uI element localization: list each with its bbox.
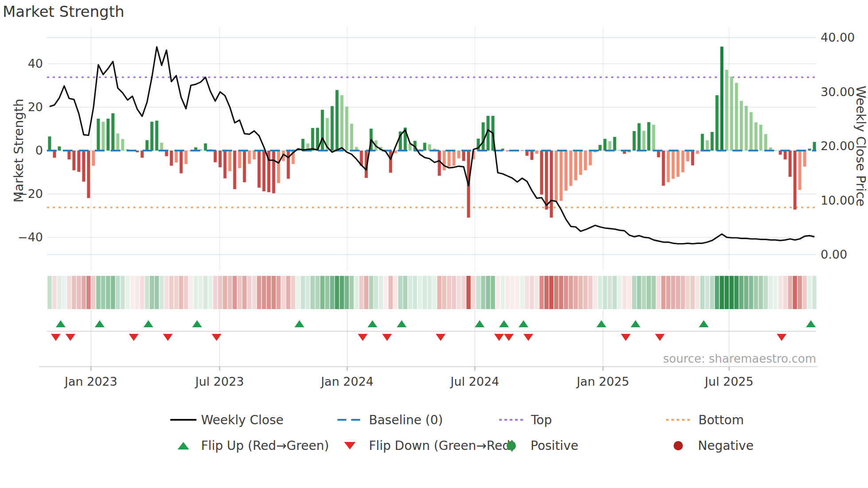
heatmap-cell [749,276,753,309]
heatmap-cell [608,276,612,309]
strength-bar [794,151,797,209]
heatmap-cell [700,276,705,309]
strength-bar [453,151,456,166]
heatmap-cell [588,276,593,309]
strength-bar [662,151,665,186]
heatmap-cell [111,276,115,309]
strength-bar [760,125,763,151]
heatmap-cell [232,276,237,309]
heatmap-cell [744,276,748,309]
left-axis-tick-label: −40 [0,230,43,244]
heatmap-cell [476,276,480,309]
flip-down-marker-icon [66,334,75,341]
strength-bar [243,151,246,182]
strength-bar [350,124,353,151]
heatmap-cell [778,276,783,309]
flip-down-marker-icon [504,334,514,341]
strength-bar [438,151,441,176]
strength-bar [204,143,207,151]
heatmap-cell [715,276,719,309]
heatmap-cell [384,276,388,309]
heatmap-cell [666,276,670,309]
heatmap-cell [418,276,422,309]
heatmap-cell [734,276,739,309]
strength-bar [652,125,655,151]
bottom-dots-swatch-icon [666,419,691,421]
heatmap-cell [686,276,690,309]
strength-bar [238,151,241,168]
strength-bar [691,151,694,165]
strength-bar [321,110,324,151]
strength-bar [584,151,587,170]
heatmap-cell [627,276,632,309]
strength-bar [555,151,558,201]
heatmap-cell [408,276,412,309]
strength-bar [745,106,748,151]
x-axis-tick-label: Jan 2025 [568,375,639,389]
heatmap-cell [569,276,573,309]
flip-up-marker-icon [143,320,153,327]
heatmap-cell [763,276,768,309]
strength-bar [345,107,349,151]
strength-bar [146,140,149,151]
right-axis-tick-label: 10.00 [821,194,855,208]
strength-bar [53,151,56,158]
flip-up-marker-icon [631,320,640,327]
strength-bar [258,151,261,188]
heatmap-cell [349,276,354,309]
strength-bar [789,151,792,177]
heatmap-cell [379,276,383,309]
right-axis-tick-label: 0.00 [821,248,847,262]
heatmap-cell [135,276,140,309]
heatmap-cell [116,276,120,309]
heatmap-cell [286,276,291,309]
strength-bar [170,151,173,166]
heatmap-cell [281,276,286,309]
heatmap-cell [661,276,666,309]
right-axis-tick-label: 40.00 [821,31,855,45]
right-axis-title: Weekly Close Price [853,86,868,207]
flip-down-marker-icon [621,334,631,341]
heatmap-cell [710,276,714,309]
legend-label: Flip Down (Green→Red) [369,438,515,453]
heatmap-cell [642,276,646,309]
strength-bar [808,149,811,151]
heatmap-cell [554,276,558,309]
heatmap-cell [442,276,446,309]
strength-bar [78,151,81,172]
weekly-close-line-swatch-icon [170,419,197,421]
heatmap-cell [364,276,368,309]
heatmap-cell [525,276,529,309]
flip-down-marker-icon [129,334,139,341]
heatmap-cell [505,276,510,309]
heatmap-cell [120,276,125,309]
heatmap-cell [793,276,797,309]
heatmap-cell [720,276,724,309]
legend-label: Bottom [698,413,744,427]
heatmap-cell [695,276,700,309]
strength-bar [521,151,524,151]
heatmap-cell [203,276,208,309]
heatmap-cell [257,276,261,309]
strength-bar [750,112,753,151]
strength-bar [735,83,738,151]
source-credit: source: sharemaestro.com [0,352,816,365]
flip-down-marker-icon [51,334,61,341]
legend-label: Weekly Close [201,413,283,427]
strength-bar [657,151,660,157]
heatmap-cell [612,276,617,309]
legend-item-baseline: Baseline (0) [337,412,443,427]
left-axis-title: Market Strength [11,99,26,202]
strength-bar [574,151,577,180]
heatmap-cell [194,276,198,309]
heatmap-cell [583,276,588,309]
strength-bar [755,122,758,151]
legend-item-flip-down: Flip Down (Green→Red) [344,438,515,453]
flip-up-marker-icon [475,320,484,327]
heatmap-cell [510,276,515,309]
heatmap-cell [208,276,213,309]
strength-bar [82,151,85,182]
flip-up-marker-icon [368,320,377,327]
strength-bar [535,151,539,154]
strength-bar [311,128,314,151]
